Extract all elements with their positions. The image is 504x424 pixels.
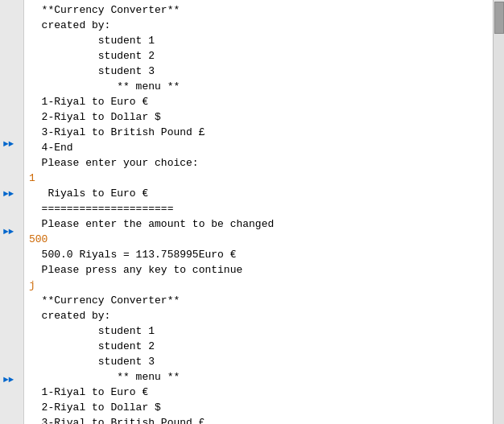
- gutter-row-20: [0, 239, 23, 251]
- terminal-line-18: Please press any key to continue: [29, 263, 488, 278]
- terminal-line-8: 2-Riyal to Dollar $: [29, 110, 488, 126]
- terminal-line-1: **Currency Converter**: [29, 3, 488, 19]
- terminal-line-4: student 2: [29, 49, 488, 64]
- terminal-line-14: =====================: [29, 202, 488, 217]
- gutter-row-21: [0, 251, 23, 263]
- gutter-row-4: [0, 40, 23, 52]
- scrollbar[interactable]: [493, 0, 504, 424]
- gutter-row-32: [0, 387, 23, 399]
- terminal-line-6: ** menu **: [29, 80, 488, 95]
- gutter-row-1: [0, 3, 23, 15]
- gutter-row-6: [0, 65, 23, 77]
- gutter-row-12: ►►: [0, 138, 23, 151]
- gutter-row-11: [0, 126, 23, 138]
- gutter-row-19: ►►: [0, 226, 23, 239]
- gutter-row-13: [0, 151, 23, 163]
- terminal-line-27: 2-Riyal to Dollar $: [29, 401, 488, 416]
- terminal-line-20: **Currency Converter**: [29, 294, 488, 309]
- gutter-row-26: [0, 313, 23, 325]
- terminal-line-5: student 3: [29, 64, 488, 80]
- gutter-row-27: [0, 325, 23, 337]
- gutter-row-28: [0, 337, 23, 349]
- terminal-line-22: student 1: [29, 324, 488, 340]
- gutter-row-29: [0, 350, 23, 362]
- gutter-row-34: [0, 412, 23, 424]
- gutter-row-17: [0, 201, 23, 213]
- terminal-line-15: Please enter the amount to be changed: [29, 217, 488, 233]
- scrollbar-thumb[interactable]: [494, 2, 504, 34]
- terminal-content[interactable]: **Currency Converter** created by: stude…: [24, 0, 493, 424]
- terminal-line-28: 3-Riyal to British Pound £: [29, 416, 488, 424]
- gutter-row-24: [0, 288, 23, 300]
- terminal-line-25: ** menu **: [29, 370, 488, 385]
- gutter-row-16: ►►: [0, 188, 23, 201]
- gutter-row-23: [0, 276, 23, 288]
- gutter-row-33: [0, 400, 23, 412]
- terminal-line-24: student 3: [29, 355, 488, 370]
- gutter-row-25: [0, 300, 23, 312]
- terminal-line-13: Riyals to Euro €: [29, 187, 488, 202]
- gutter-row-9: [0, 102, 23, 114]
- gutter-row-3: [0, 28, 23, 40]
- gutter-row-7: [0, 77, 23, 89]
- terminal-line-9: 3-Riyal to British Pound £: [29, 126, 488, 141]
- gutter-row-18: [0, 214, 23, 226]
- terminal-line-12: 1: [29, 171, 488, 187]
- terminal-line-16: 500: [29, 233, 488, 248]
- terminal-line-7: 1-Riyal to Euro €: [29, 95, 488, 110]
- terminal-line-11: Please enter your choice:: [29, 156, 488, 171]
- terminal-line-19: j: [29, 278, 488, 294]
- gutter-row-15: [0, 176, 23, 188]
- terminal-line-17: 500.0 Riyals = 113.758995Euro €: [29, 248, 488, 263]
- gutter-row-22: [0, 263, 23, 275]
- terminal-line-26: 1-Riyal to Euro €: [29, 385, 488, 401]
- terminal-line-10: 4-End: [29, 141, 488, 156]
- gutter-row-10: [0, 114, 23, 126]
- gutter-row-14: [0, 164, 23, 176]
- gutter-row-30: [0, 362, 23, 374]
- gutter-row-5: [0, 52, 23, 64]
- terminal-line-21: created by:: [29, 309, 488, 324]
- gutter-row-2: [0, 15, 23, 27]
- gutter-panel: ►►►►►►►►: [0, 0, 24, 424]
- terminal-line-2: created by:: [29, 19, 488, 34]
- terminal-window: ►►►►►►►► **Currency Converter** created …: [0, 0, 504, 424]
- terminal-line-23: student 2: [29, 340, 488, 355]
- gutter-row-8: [0, 89, 23, 101]
- gutter-row-31: ►►: [0, 374, 23, 387]
- terminal-line-3: student 1: [29, 34, 488, 49]
